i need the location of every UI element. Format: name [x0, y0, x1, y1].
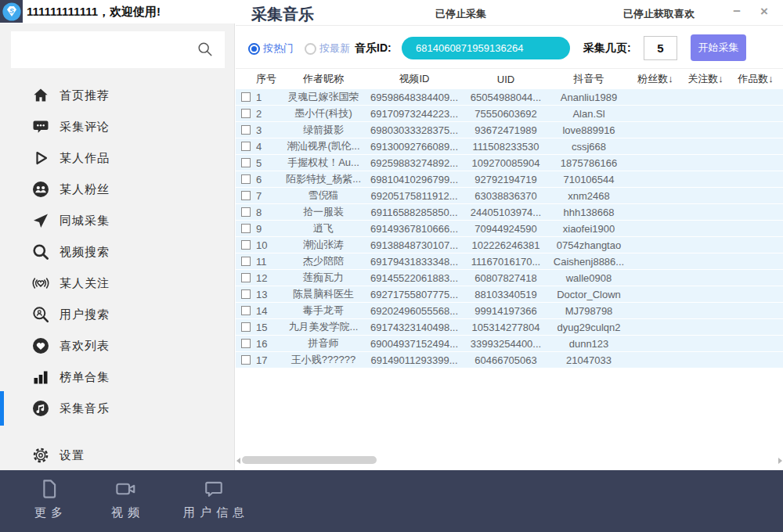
music-id-label: 音乐ID:: [355, 41, 392, 56]
scroll-right-arrow-icon[interactable]: [778, 458, 782, 464]
row-checkbox[interactable]: [241, 257, 251, 266]
row-video-id: 69803033328375...: [364, 124, 464, 136]
row-uid: 60466705063: [464, 354, 547, 366]
col-fans-sort[interactable]: 粉丝数↓: [630, 72, 680, 86]
start-collect-button[interactable]: 开始采集: [691, 34, 746, 61]
sidebar-item-comments[interactable]: 采集评论: [0, 111, 235, 142]
row-seq: 1: [256, 92, 283, 103]
sidebar-item-label: 喜欢列表: [60, 339, 110, 354]
search-input[interactable]: [19, 38, 191, 61]
sidebar-item-fans[interactable]: 某人粉丝: [0, 174, 235, 205]
row-checkbox[interactable]: [241, 224, 251, 233]
radio-sort-new[interactable]: 按最新: [305, 41, 350, 56]
row-douyin-id: hhh138668: [547, 207, 630, 218]
pages-input[interactable]: [644, 36, 677, 60]
table-row: 15 九月美发学院... 69174323140498... 105314277…: [236, 319, 783, 336]
row-checkbox[interactable]: [241, 207, 251, 217]
row-checkbox[interactable]: [241, 158, 251, 167]
row-checkbox[interactable]: [241, 174, 251, 184]
row-seq: 4: [256, 141, 283, 153]
row-seq: 12: [256, 272, 283, 284]
table-header: 序号 作者昵称 视频ID UID 抖音号 粉丝数↓ 关注数↓ 作品数↓: [236, 70, 783, 88]
row-seq: 10: [256, 239, 283, 251]
col-seq: 序号: [256, 72, 283, 86]
scroll-left-arrow-icon[interactable]: [236, 458, 240, 464]
table-body: 1 灵魂已嫁张国荣 69598648384409... 65054988044.…: [236, 89, 783, 368]
row-checkbox[interactable]: [241, 306, 251, 315]
row-seq: 11: [256, 256, 283, 268]
row-checkbox[interactable]: [241, 240, 251, 250]
table-row: 8 拾一服装 69116588285850... 24405103974... …: [236, 204, 783, 221]
row-seq: 16: [256, 338, 283, 350]
bottom-item-more[interactable]: 更多: [30, 477, 67, 520]
row-uid: 111508233530: [464, 141, 547, 153]
table-row: 9 逍飞 69149367810666... 70944924590 xiaof…: [236, 221, 783, 237]
sidebar-item-user-search[interactable]: 用户搜索: [0, 299, 235, 330]
row-uid: 88103340519: [464, 289, 547, 300]
row-checkbox[interactable]: [241, 109, 251, 118]
sidebar-item-settings[interactable]: 设置: [0, 440, 235, 471]
radio-sort-hot[interactable]: 按热门: [248, 41, 294, 56]
sidebar-item-follows[interactable]: 某人关注: [0, 268, 235, 299]
row-checkbox[interactable]: [241, 339, 251, 348]
row-video-id: 69205175811912...: [364, 190, 464, 202]
row-checkbox[interactable]: [241, 289, 251, 299]
row-checkbox-cell: [236, 125, 256, 135]
sidebar-search: [11, 31, 225, 68]
sidebar-item-works[interactable]: 某人作品: [0, 142, 235, 174]
search-icon[interactable]: [197, 41, 214, 58]
row-author: 逍飞: [283, 221, 364, 235]
close-button[interactable]: ×: [755, 2, 774, 21]
sidebar-item-city[interactable]: 同城采集: [0, 205, 235, 236]
bottom-item-user-info[interactable]: 用户信息: [179, 477, 249, 520]
row-douyin-id: cssj668: [547, 141, 630, 153]
scrollbar-thumb[interactable]: [242, 456, 377, 464]
radio-selected-icon[interactable]: [248, 43, 260, 55]
row-checkbox[interactable]: [241, 322, 251, 332]
row-uid: 92792194719: [464, 174, 547, 185]
row-video-id: 69116588285850...: [364, 207, 464, 218]
table-row: 16 拼音师 69004937152494... 33993254400... …: [236, 336, 783, 352]
minimize-button[interactable]: –: [727, 2, 746, 21]
sidebar-item-label: 同城采集: [60, 214, 110, 228]
table-row: 4 潮汕视界(凯伦... 69130092766089... 111508233…: [236, 138, 783, 155]
sidebar-item-home[interactable]: 首页推荐: [0, 80, 235, 111]
col-works-sort[interactable]: 作品数↓: [731, 72, 781, 86]
bottom-item-video[interactable]: 视频: [106, 477, 144, 520]
row-seq: 6: [256, 174, 283, 185]
music-circle-icon: [31, 399, 50, 418]
row-douyin-id: xiaofei1900: [547, 223, 630, 235]
col-follow-sort[interactable]: 关注数↓: [680, 72, 731, 86]
welcome-text: 111111111111，欢迎使用!: [27, 0, 161, 23]
sort-radio-group: 按热门 按最新: [248, 41, 350, 56]
row-author: 王小贱??????: [283, 353, 364, 367]
pages-label: 采集几页:: [583, 41, 631, 56]
row-video-id: 69130092766089...: [364, 141, 464, 153]
radio-unselected-icon[interactable]: [305, 43, 316, 55]
row-author: 墨小仟(科技): [283, 106, 364, 120]
table-row: 7 雪倪猫 69205175811912... 63038836370 xnm2…: [236, 188, 783, 204]
row-checkbox[interactable]: [241, 92, 251, 102]
row-seq: 7: [256, 190, 283, 202]
row-checkbox[interactable]: [241, 355, 251, 365]
row-checkbox-cell: [236, 355, 256, 365]
sidebar-item-rankings[interactable]: 榜单合集: [0, 361, 235, 393]
sidebar-item-music[interactable]: 采集音乐: [0, 393, 235, 424]
row-checkbox-cell: [236, 257, 256, 266]
row-checkbox-cell: [236, 191, 256, 200]
row-checkbox[interactable]: [241, 273, 251, 282]
music-id-input[interactable]: [402, 37, 570, 59]
row-checkbox-cell: [236, 142, 256, 151]
video-icon: [114, 477, 137, 501]
row-video-id: 69259883274892...: [364, 157, 464, 169]
row-checkbox[interactable]: [241, 125, 251, 135]
sidebar-item-video-search[interactable]: 视频搜索: [0, 236, 235, 268]
sidebar-item-label: 采集评论: [60, 120, 110, 135]
sidebar-item-likes[interactable]: 喜欢列表: [0, 330, 235, 361]
row-video-id: 69179431833348...: [364, 256, 464, 268]
sidebar-item-label: 用户搜索: [60, 307, 110, 322]
row-checkbox[interactable]: [241, 191, 251, 200]
row-checkbox[interactable]: [241, 142, 251, 151]
row-douyin-id: Ananliu1989: [547, 92, 630, 103]
main-panel: 采集音乐 已停止采集 已停止获取喜欢 – × 按热门 按最新 音乐ID: 采集几…: [236, 0, 783, 470]
